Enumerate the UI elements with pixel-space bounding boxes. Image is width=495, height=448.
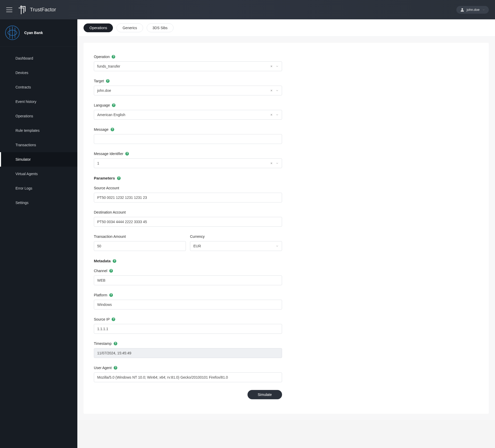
section-metadata: Metadata ? [94, 259, 282, 263]
help-icon[interactable]: ? [111, 128, 114, 131]
sidebar-item-operations[interactable]: Operations [0, 109, 77, 123]
clear-icon[interactable]: × [269, 64, 274, 68]
field-user-agent: User Agent ? [94, 366, 282, 382]
chevron-down-icon[interactable] [276, 89, 279, 92]
message-label: Message [94, 127, 109, 132]
tab-generics[interactable]: Generics [117, 23, 143, 32]
help-icon[interactable]: ? [114, 342, 117, 345]
org-header[interactable]: Cyan Bank [0, 19, 77, 46]
field-amount-currency-row: Transaction Amount Currency EUR [94, 234, 282, 251]
field-source-ip: Source IP ? [94, 317, 282, 334]
help-icon[interactable]: ? [109, 293, 113, 297]
user-agent-label: User Agent [94, 366, 112, 370]
clear-icon[interactable]: × [269, 89, 274, 92]
tab-bar: Operations Generics 3DS Sibs [77, 19, 495, 37]
help-icon[interactable]: ? [112, 55, 115, 59]
sidebar-item-error-logs[interactable]: Error Logs [0, 181, 77, 196]
language-select[interactable]: American English × [94, 110, 282, 120]
main: Operations Generics 3DS Sibs Operation ?… [77, 19, 495, 448]
help-icon[interactable]: ? [112, 317, 115, 321]
tab-operations[interactable]: Operations [84, 23, 113, 32]
channel-input[interactable] [94, 275, 282, 285]
help-icon[interactable]: ? [109, 269, 113, 273]
topbar: TrustFactor john.doe [0, 0, 495, 19]
chevron-down-icon [482, 8, 485, 11]
help-icon[interactable]: ? [125, 152, 129, 156]
sidebar-item-settings[interactable]: Settings [0, 196, 77, 210]
sidebar-item-virtual-agents[interactable]: Virtual Agents [0, 167, 77, 181]
timestamp-field: 11/07/2024, 15:45:49 [94, 348, 282, 358]
chevron-down-icon[interactable] [276, 245, 279, 248]
target-select[interactable]: john.doe × [94, 86, 282, 95]
chevron-down-icon[interactable] [276, 162, 279, 165]
field-operation: Operation ? funds_transfer × [94, 55, 282, 71]
user-icon [460, 7, 465, 12]
clear-icon[interactable]: × [269, 161, 274, 165]
help-icon[interactable]: ? [114, 366, 117, 370]
currency-select[interactable]: EUR [190, 241, 282, 251]
field-source-account: Source Account [94, 186, 282, 202]
user-menu-button[interactable]: john.doe [456, 6, 489, 14]
svg-point-1 [461, 8, 463, 10]
field-channel: Channel ? [94, 269, 282, 285]
help-icon[interactable]: ? [117, 176, 121, 180]
sidebar-item-event-history[interactable]: Event history [0, 94, 77, 109]
sidebar-item-devices[interactable]: Devices [0, 66, 77, 80]
field-message: Message ? [94, 127, 282, 144]
clear-icon[interactable]: × [269, 113, 274, 117]
currency-label: Currency [190, 234, 205, 239]
platform-label: Platform [94, 293, 107, 297]
sidebar: Cyan Bank Dashboard Devices Contracts Ev… [0, 19, 77, 448]
target-label: Target [94, 79, 104, 83]
source-account-label: Source Account [94, 186, 119, 190]
org-logo-icon [5, 26, 20, 40]
channel-label: Channel [94, 269, 107, 273]
help-icon[interactable]: ? [113, 259, 116, 263]
sidebar-item-contracts[interactable]: Contracts [0, 80, 77, 94]
source-ip-label: Source IP [94, 317, 110, 321]
simulate-button[interactable]: Simulate [248, 390, 282, 399]
help-icon[interactable]: ? [112, 103, 116, 107]
sidebar-item-rule-templates[interactable]: Rule templates [0, 123, 77, 138]
transaction-amount-label: Transaction Amount [94, 234, 126, 239]
operation-label: Operation [94, 55, 110, 59]
field-destination-account: Destination Account [94, 210, 282, 227]
destination-account-label: Destination Account [94, 210, 126, 214]
message-identifier-label: Message Identifier [94, 152, 123, 156]
language-label: Language [94, 103, 110, 107]
field-timestamp: Timestamp ? 11/07/2024, 15:45:49 [94, 341, 282, 358]
destination-account-input[interactable] [94, 217, 282, 227]
timestamp-label: Timestamp [94, 341, 112, 346]
user-name: john.doe [467, 8, 480, 12]
transaction-amount-input[interactable] [94, 241, 186, 251]
sidebar-nav: Dashboard Devices Contracts Event histor… [0, 46, 77, 215]
field-target: Target ? john.doe × [94, 79, 282, 95]
platform-input[interactable] [94, 300, 282, 309]
org-name: Cyan Bank [24, 31, 43, 35]
field-platform: Platform ? [94, 293, 282, 309]
source-account-input[interactable] [94, 193, 282, 202]
app-logo-icon [18, 5, 26, 14]
chevron-down-icon[interactable] [276, 65, 279, 68]
operation-select[interactable]: funds_transfer × [94, 61, 282, 71]
tab-3ds-sibs[interactable]: 3DS Sibs [147, 23, 174, 32]
simulator-form-card: Operation ? funds_transfer × Target [84, 43, 489, 414]
user-agent-input[interactable] [94, 372, 282, 382]
sidebar-item-transactions[interactable]: Transactions [0, 138, 77, 152]
sidebar-item-dashboard[interactable]: Dashboard [0, 51, 77, 66]
help-icon[interactable]: ? [106, 79, 110, 83]
brand-logo [18, 5, 26, 14]
field-message-identifier: Message Identifier ? 1 × [94, 152, 282, 168]
section-parameters: Parameters ? [94, 176, 282, 180]
chevron-down-icon[interactable] [276, 113, 279, 116]
sidebar-item-simulator[interactable]: Simulator [0, 152, 77, 167]
source-ip-input[interactable] [94, 324, 282, 334]
message-identifier-select[interactable]: 1 × [94, 158, 282, 168]
menu-toggle-button[interactable] [6, 7, 12, 12]
field-language: Language ? American English × [94, 103, 282, 120]
message-input[interactable] [94, 134, 282, 144]
brand-name: TrustFactor [30, 7, 56, 13]
